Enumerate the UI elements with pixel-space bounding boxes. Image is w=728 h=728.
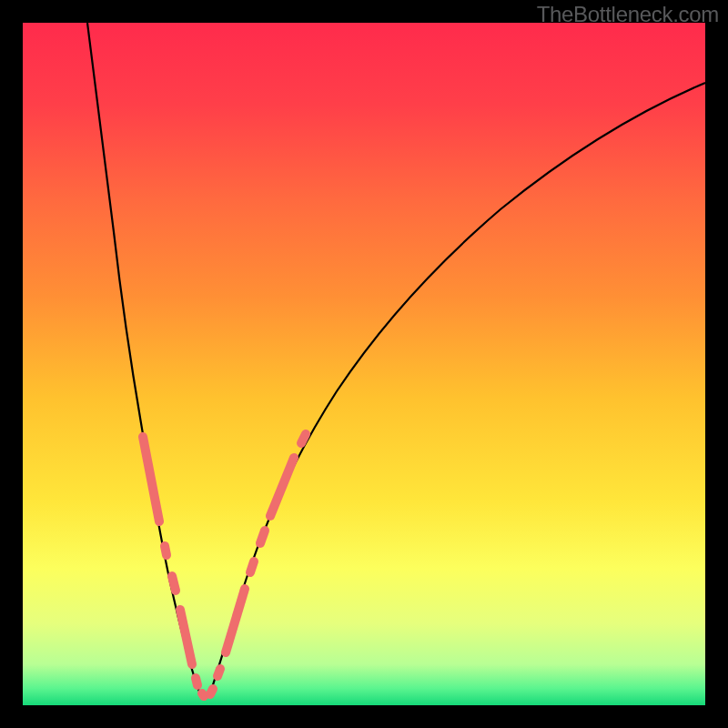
chart-background [23, 23, 705, 705]
watermark-text: TheBottleneck.com [537, 2, 719, 27]
marker-min-4 [217, 669, 220, 676]
bottleneck-chart [23, 23, 705, 705]
marker-left-dot-1 [165, 546, 167, 555]
marker-right-dot-1 [250, 561, 254, 572]
marker-min-1 [196, 678, 197, 685]
marker-min-3 [210, 689, 213, 694]
chart-frame [23, 23, 705, 705]
marker-right-dot-3 [301, 434, 306, 443]
marker-left-dot-2 [172, 576, 176, 591]
marker-right-dot-2 [260, 531, 265, 543]
marker-min-2 [202, 693, 204, 696]
